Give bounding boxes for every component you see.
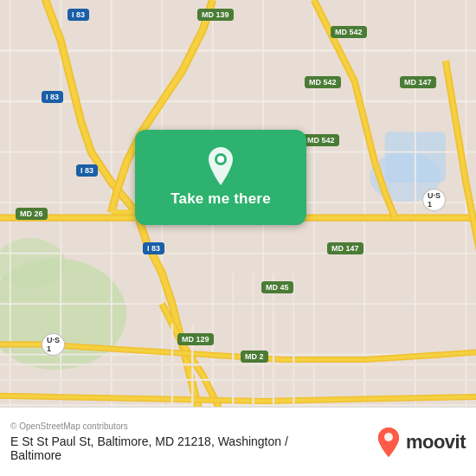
badge-md147: MD 147 bbox=[400, 76, 436, 88]
badge-md542-1: MD 542 bbox=[331, 26, 367, 38]
moovit-pin-icon bbox=[376, 428, 401, 457]
badge-us1-left: U·S1 bbox=[42, 333, 65, 356]
bottom-left: © OpenStreetMap contributors E St St Pau… bbox=[10, 421, 376, 462]
badge-md139: MD 139 bbox=[197, 9, 234, 21]
take-me-there-button[interactable]: Take me there bbox=[135, 130, 306, 225]
badge-md129: MD 129 bbox=[177, 333, 214, 345]
bottom-bar: © OpenStreetMap contributors E St St Pau… bbox=[0, 407, 476, 476]
badge-md26: MD 26 bbox=[16, 208, 48, 220]
moovit-brand-text: moovit bbox=[406, 431, 466, 453]
badge-md2: MD 2 bbox=[241, 351, 268, 363]
moovit-logo: moovit bbox=[376, 428, 466, 457]
badge-i83-low: I 83 bbox=[143, 242, 164, 254]
map-svg bbox=[0, 0, 476, 476]
badge-md45: MD 45 bbox=[261, 281, 293, 293]
location-pin-icon bbox=[205, 147, 236, 185]
badge-i83-left: I 83 bbox=[42, 91, 63, 103]
address-text: E St St Paul St, Baltimore, MD 21218, Wa… bbox=[10, 434, 376, 462]
badge-md542-3: MD 542 bbox=[303, 134, 339, 146]
badge-md147-2: MD 147 bbox=[327, 242, 363, 254]
svg-point-39 bbox=[384, 433, 393, 441]
badge-i83-mid: I 83 bbox=[76, 164, 98, 177]
badge-i83-top: I 83 bbox=[68, 9, 89, 21]
badge-md542-2: MD 542 bbox=[305, 76, 341, 88]
badge-us1-right: U·S1 bbox=[422, 189, 446, 211]
map-container: I 83 I 83 I 83 I 83 MD 139 MD 542 MD 542… bbox=[0, 0, 476, 476]
copyright-text: © OpenStreetMap contributors bbox=[10, 421, 376, 431]
svg-point-38 bbox=[217, 156, 224, 163]
button-label: Take me there bbox=[170, 190, 271, 208]
